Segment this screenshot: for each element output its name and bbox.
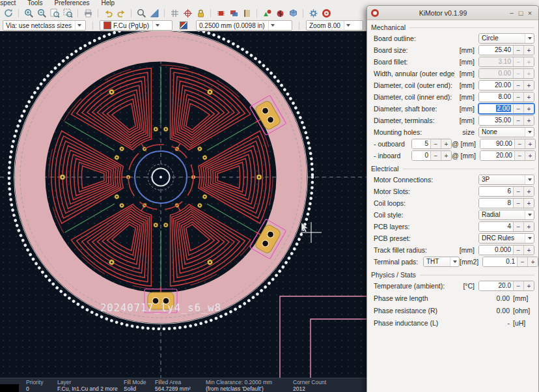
increment-button[interactable]: + [523, 222, 534, 231]
temperature-spin[interactable]: 20.0−+ [478, 281, 534, 291]
mounting-holes-select[interactable]: None [478, 127, 534, 137]
spin-value[interactable]: 8 [479, 199, 513, 208]
active-layer-select[interactable]: F.Cu (PgUp) [100, 20, 173, 31]
find-button[interactable] [135, 8, 147, 19]
spin-value[interactable]: 0 [412, 151, 430, 160]
decrement-button[interactable]: − [514, 139, 525, 148]
menu-preferences[interactable]: Preferences [55, 0, 90, 7]
spin-value[interactable]: 0.1 [483, 257, 517, 266]
pcb-preset-select[interactable]: DRC Rules [478, 233, 534, 244]
outboard-count-spin[interactable]: 5−+ [411, 139, 452, 149]
kimotor-plugin-button[interactable] [320, 8, 332, 19]
inboard-diameter-spin[interactable]: 20.00−+ [480, 150, 536, 161]
spin-value[interactable]: 4 [479, 222, 513, 231]
layers-button[interactable] [228, 8, 240, 19]
spin-value[interactable]: 0.000 [479, 245, 513, 255]
increment-button[interactable]: + [525, 139, 535, 148]
footprint-button[interactable] [215, 8, 227, 19]
close-button[interactable]: × [525, 8, 534, 18]
ruler-button[interactable] [148, 8, 160, 19]
menu-tools[interactable]: Tools [27, 0, 42, 7]
zoom-selection-button[interactable] [62, 8, 74, 19]
decrement-button[interactable]: − [517, 257, 527, 266]
undo-button[interactable] [102, 8, 114, 19]
increment-button[interactable]: + [523, 92, 534, 102]
via-size-select[interactable]: Via: use netclass sizes [3, 20, 86, 31]
dia-coil-outer-spin[interactable]: 20.00−+ [478, 80, 534, 91]
outboard-diameter-spin[interactable]: 90.00−+ [480, 139, 536, 149]
inboard-count-spin[interactable]: 0−+ [411, 150, 452, 161]
motor-slots-spin[interactable]: 6−+ [478, 186, 534, 197]
decrement-button[interactable]: − [430, 151, 441, 160]
dia-coil-inner-spin[interactable]: 8.00−+ [478, 92, 534, 102]
grid-button[interactable] [169, 8, 180, 19]
dialog-titlebar[interactable]: KiMotor v0.1.99 − □ × [367, 6, 538, 20]
increment-button[interactable]: + [441, 139, 451, 148]
decrement-button[interactable]: − [513, 199, 523, 208]
spin-value[interactable]: 20.0 [479, 281, 513, 290]
spin-value[interactable]: 25.40 [479, 46, 513, 55]
terminal-pads-area-spin[interactable]: 0.1−+ [482, 257, 538, 267]
spin-value[interactable]: 6 [479, 187, 513, 196]
zoom-fit-button[interactable] [49, 8, 61, 19]
decrement-button[interactable]: − [513, 81, 523, 90]
increment-button[interactable]: + [527, 257, 538, 266]
spin-value[interactable]: 20.00 [479, 81, 513, 90]
increment-button[interactable]: + [441, 151, 451, 160]
increment-button[interactable]: + [525, 151, 535, 160]
dia-shaft-bore-spin[interactable]: 2.00−+ [478, 104, 534, 114]
increment-button[interactable]: + [523, 116, 534, 125]
increment-button[interactable]: + [523, 199, 534, 208]
pcb-layers-spin[interactable]: 4−+ [478, 221, 534, 232]
minimize-button[interactable]: − [507, 8, 516, 18]
menu-inspect[interactable]: Inspect [0, 0, 16, 7]
increment-button[interactable]: + [523, 104, 534, 113]
print-button[interactable] [82, 8, 94, 19]
increment-button[interactable]: + [523, 245, 534, 255]
track-width-select[interactable]: 0.2500 mm (0.0098 in) [196, 20, 292, 31]
spin-value[interactable]: 2.00 [479, 104, 513, 113]
spin-value[interactable]: 8.00 [479, 92, 513, 102]
motor-connections-select[interactable]: 3P [478, 175, 534, 185]
dia-terminals-spin[interactable]: 35.00−+ [478, 115, 534, 126]
library-button[interactable] [241, 8, 253, 19]
zoom-in-button[interactable] [23, 8, 35, 19]
spin-value[interactable]: 5 [412, 139, 430, 148]
spin-value[interactable]: 20.00 [480, 151, 514, 160]
redo-button[interactable] [115, 8, 127, 19]
decrement-button[interactable]: − [513, 222, 523, 231]
update-pcb-button[interactable] [261, 8, 273, 19]
decrement-button[interactable]: − [513, 245, 523, 255]
increment-button[interactable]: + [523, 187, 534, 196]
zoom-out-button[interactable] [36, 8, 48, 19]
decrement-button[interactable]: − [430, 139, 441, 148]
layer-pair-button[interactable] [176, 20, 192, 31]
decrement-button[interactable]: − [514, 151, 525, 160]
drc-button[interactable] [274, 8, 286, 19]
terminal-pads-type-select[interactable]: THT [423, 257, 460, 267]
increment-button[interactable]: + [523, 281, 534, 290]
track-fillet-spin[interactable]: 0.000−+ [478, 245, 534, 255]
refresh-button[interactable] [3, 8, 14, 19]
origin-button[interactable] [182, 8, 193, 19]
spin-value[interactable]: 90.00 [480, 139, 514, 148]
decrement-button[interactable]: − [513, 46, 523, 55]
board-outline-select[interactable]: Circle [478, 33, 534, 44]
increment-button[interactable]: + [523, 46, 534, 55]
decrement-button[interactable]: − [513, 281, 523, 290]
pcb-editor-canvas[interactable]: 20240717_ly4_s6_w8 [0, 31, 366, 378]
zoom-select[interactable]: Zoom 8.00 [306, 20, 363, 31]
viewer-3d-button[interactable] [287, 8, 299, 19]
maximize-button[interactable]: □ [516, 8, 525, 18]
decrement-button[interactable]: − [513, 92, 523, 102]
spin-value[interactable]: 35.00 [479, 116, 513, 125]
decrement-button[interactable]: − [513, 187, 523, 196]
decrement-button[interactable]: − [513, 104, 523, 113]
decrement-button[interactable]: − [513, 116, 523, 125]
menu-help[interactable]: Help [102, 0, 115, 7]
plugin-settings-button[interactable] [307, 8, 319, 19]
increment-button[interactable]: + [523, 81, 534, 90]
coil-style-select[interactable]: Radial [478, 210, 534, 220]
coil-loops-spin[interactable]: 8−+ [478, 198, 534, 208]
lock-button[interactable] [195, 8, 206, 19]
